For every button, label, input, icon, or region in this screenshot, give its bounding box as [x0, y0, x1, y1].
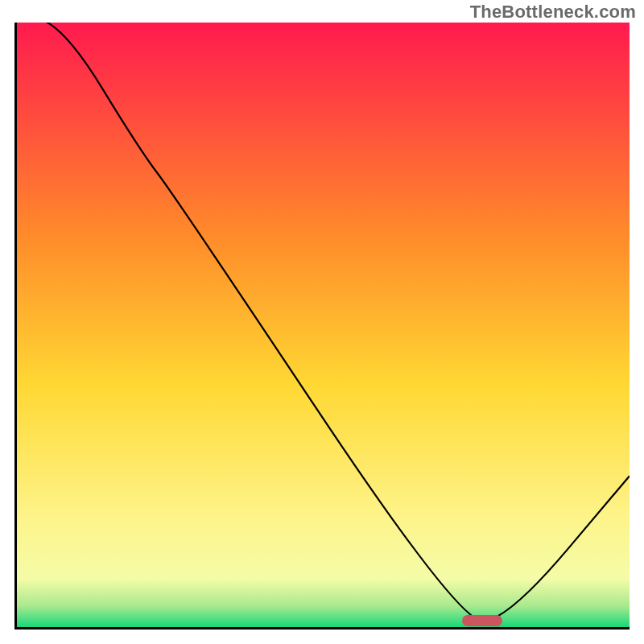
chart-frame: TheBottleneck.com: [0, 0, 644, 644]
optimal-marker: [462, 615, 502, 626]
watermark-text: TheBottleneck.com: [470, 2, 636, 23]
plot-area: [14, 23, 630, 630]
bottleneck-curve: [17, 23, 630, 627]
